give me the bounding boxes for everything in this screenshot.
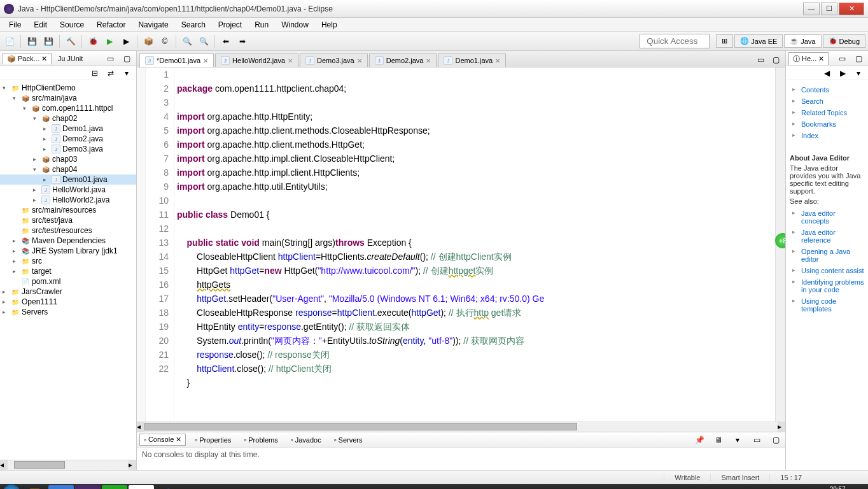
code-content[interactable]: package com.open1111.httpclient.chap04; … [174, 67, 775, 422]
menu-refactor[interactable]: Refactor [90, 19, 132, 31]
tree-node[interactable]: ▸JDemo01.java [0, 174, 136, 185]
new-class-button[interactable]: © [158, 34, 172, 48]
console-pin-icon[interactable]: 📌 [692, 433, 706, 447]
editor-minimize-icon[interactable]: ▭ [753, 53, 767, 67]
menu-project[interactable]: Project [212, 19, 248, 31]
save-all-button[interactable]: 💾 [41, 34, 55, 48]
menu-search[interactable]: Search [175, 19, 212, 31]
minimize-button[interactable]: — [803, 3, 820, 15]
menu-window[interactable]: Window [275, 19, 315, 31]
tree-node[interactable]: 📁src/main/resources [0, 205, 136, 215]
open-type-button[interactable]: 🔍 [180, 34, 194, 48]
tree-node[interactable]: 📄pom.xml [0, 276, 136, 287]
tree-node[interactable]: ▸JHelloWorld2.java [0, 195, 136, 205]
maximize-button[interactable]: ☐ [821, 3, 837, 15]
help-link[interactable]: Related Topics [790, 107, 864, 118]
help-link[interactable]: Identifying problems in your code [790, 276, 864, 295]
tree-node[interactable]: ▾📁HttpClientDemo [0, 83, 136, 93]
menu-navigate[interactable]: Navigate [132, 19, 174, 31]
collapse-all-icon[interactable]: ⊟ [88, 66, 102, 80]
help-link[interactable]: Search [790, 96, 864, 107]
tree-node[interactable]: ▸📁JarsCrawler [0, 287, 136, 297]
help-link[interactable]: Index [790, 130, 864, 141]
tree-node[interactable]: 📁src/test/resources [0, 225, 136, 236]
tree-node[interactable]: ▸📦chap03 [0, 154, 136, 164]
editor-tab[interactable]: J*Demo01.java✕ [139, 53, 214, 67]
nav-back-button[interactable]: ⬅ [219, 34, 233, 48]
tree-node[interactable]: ▸📁Open1111 [0, 297, 136, 307]
tree-node[interactable]: ▸📚Maven Dependencies [0, 236, 136, 246]
nav-fwd-button[interactable]: ➡ [235, 34, 249, 48]
taskbar-app-chrome[interactable]: 🌐 [155, 485, 181, 489]
quick-access-input[interactable] [640, 34, 710, 48]
help-link[interactable]: Opening a Java editor [790, 246, 864, 265]
tree-node[interactable]: ▸JHelloWorld.java [0, 185, 136, 195]
tree-node[interactable]: ▾📦chap02 [0, 113, 136, 124]
bottom-tab-problems[interactable]: ▫ Problems [240, 435, 281, 445]
menu-file[interactable]: File [3, 19, 27, 31]
save-button[interactable]: 💾 [25, 34, 39, 48]
perspective-debug[interactable]: 🐞Debug [823, 34, 865, 48]
bottom-tab-console[interactable]: ▫ Console ✕ [139, 434, 186, 446]
tab-package-explorer[interactable]: 📦 Pack... ✕ [3, 53, 52, 64]
tree-node[interactable]: ▸JDemo2.java [0, 134, 136, 144]
help-link[interactable]: Bookmarks [790, 118, 864, 130]
menu-edit[interactable]: Edit [27, 19, 53, 31]
editor-maximize-icon[interactable]: ▢ [769, 53, 783, 67]
editor-hscrollbar[interactable]: ◂ ▸ [137, 422, 785, 432]
bottom-tab-servers[interactable]: ▫ Servers [330, 435, 367, 445]
tab-junit[interactable]: Ju JUnit [54, 53, 87, 64]
new-button[interactable]: 📄 [3, 34, 17, 48]
tree-node[interactable]: ▸📚JRE System Library [jdk1 [0, 246, 136, 256]
editor-tab[interactable]: JDemo1.java✕ [438, 53, 506, 67]
editor-tab[interactable]: JHelloWorld2.java✕ [215, 53, 298, 67]
tree-node[interactable]: ▸📁Servers [0, 307, 136, 317]
taskbar-app-eclipse[interactable]: ◉ [75, 485, 101, 489]
help-link[interactable]: Using code templates [790, 295, 864, 315]
taskbar-app-1[interactable]: 🟧 [22, 485, 47, 489]
tree-node[interactable]: ▸📁target [0, 266, 136, 276]
link-editor-icon[interactable]: ⇄ [104, 66, 118, 80]
maximize-view-icon[interactable]: ▢ [120, 52, 134, 66]
debug-button[interactable]: 🐞 [86, 34, 100, 48]
help-fwd-icon[interactable]: ▶ [836, 66, 850, 80]
perspective-java[interactable]: ☕Java [784, 34, 821, 48]
tree-node[interactable]: ▾📦src/main/java [0, 93, 136, 103]
tree-node[interactable]: ▸JDemo3.java [0, 144, 136, 154]
help-max-icon[interactable]: ▢ [851, 52, 865, 66]
help-link[interactable]: Java editor concepts [790, 208, 864, 227]
code-editor[interactable]: 12345678910111213141516171819202122 pack… [137, 67, 785, 422]
build-button[interactable]: 🔨 [64, 34, 78, 48]
taskbar-app-camtasia2[interactable]: C [129, 485, 154, 489]
bottom-tab-properties[interactable]: ▫ Properties [191, 435, 235, 445]
taskbar-app-camtasia[interactable]: C [102, 485, 127, 489]
tree-node[interactable]: ▸JDemo1.java [0, 124, 136, 134]
start-button[interactable]: ⊞ [3, 485, 20, 489]
menu-source[interactable]: Source [53, 19, 90, 31]
help-link[interactable]: Contents [790, 84, 864, 96]
console-min-icon[interactable]: ▭ [750, 433, 764, 447]
view-menu-icon[interactable]: ▾ [120, 66, 134, 80]
help-link[interactable]: Using content assist [790, 265, 864, 276]
editor-tab[interactable]: JDemo3.java✕ [300, 53, 368, 67]
bottom-tab-javadoc[interactable]: ▫ Javadoc [287, 435, 325, 445]
tree-node[interactable]: ▸📁src [0, 256, 136, 266]
console-max-icon[interactable]: ▢ [769, 433, 783, 447]
tree-node[interactable]: 📁src/test/java [0, 215, 136, 225]
open-perspective-button[interactable]: ⊞ [716, 34, 733, 48]
help-min-icon[interactable]: ▭ [835, 52, 849, 66]
perspective-javaee[interactable]: 🌐Java EE [734, 34, 783, 48]
minimize-view-icon[interactable]: ▭ [103, 52, 117, 66]
search-button[interactable]: 🔍 [197, 34, 211, 48]
menu-help[interactable]: Help [315, 19, 344, 31]
help-link[interactable]: Java editor reference [790, 227, 864, 246]
tab-help[interactable]: ⓘ He... ✕ [788, 52, 829, 65]
taskbar-app-wps[interactable]: W [48, 485, 74, 489]
editor-tab[interactable]: JDemo2.java✕ [369, 53, 437, 67]
new-package-button[interactable]: 📦 [141, 34, 155, 48]
console-display-icon[interactable]: 🖥 [711, 433, 725, 447]
help-back-icon[interactable]: ◀ [820, 66, 834, 80]
console-new-icon[interactable]: ▾ [731, 433, 745, 447]
help-menu-icon[interactable]: ▾ [851, 66, 865, 80]
close-button[interactable]: ✕ [839, 3, 864, 15]
